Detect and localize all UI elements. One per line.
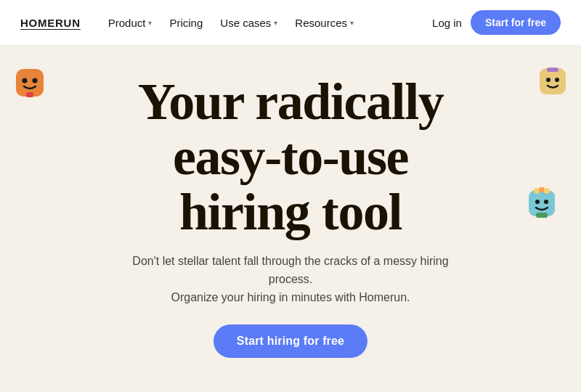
nav-pricing[interactable]: Pricing — [162, 12, 210, 33]
svg-point-2 — [33, 78, 38, 83]
chevron-down-icon: ▾ — [274, 19, 277, 27]
emoji-character-left — [13, 66, 46, 104]
start-hiring-button[interactable]: Start hiring for free — [214, 324, 367, 358]
login-link[interactable]: Log in — [432, 17, 462, 29]
navbar: HOMERUN Product ▾ Pricing Use cases ▾ Re… — [0, 0, 581, 46]
svg-point-1 — [23, 78, 28, 83]
nav-use-cases[interactable]: Use cases ▾ — [213, 12, 285, 33]
svg-rect-8 — [529, 190, 555, 216]
nav-right: Log in Start for free — [432, 10, 561, 35]
svg-point-5 — [546, 78, 550, 82]
logo[interactable]: HOMERUN — [20, 17, 81, 29]
chevron-down-icon: ▾ — [148, 19, 152, 27]
emoji-character-right-bottom — [526, 187, 558, 224]
start-for-free-nav-button[interactable]: Start for free — [471, 10, 561, 35]
svg-rect-7 — [547, 68, 558, 72]
svg-point-13 — [544, 188, 550, 194]
hero-subtitle: Don't let stellar talent fall through th… — [116, 253, 465, 306]
nav-product[interactable]: Product ▾ — [101, 12, 160, 33]
svg-point-9 — [535, 200, 540, 204]
emoji-character-right-top — [537, 66, 568, 101]
svg-rect-14 — [536, 213, 548, 218]
hero-section: Your radically easy-to-use hiring tool D… — [0, 46, 581, 380]
svg-rect-3 — [26, 92, 33, 97]
nav-resources[interactable]: Resources ▾ — [288, 12, 361, 33]
svg-point-6 — [555, 78, 559, 82]
svg-point-10 — [544, 200, 548, 204]
chevron-down-icon: ▾ — [350, 19, 354, 27]
hero-heading: Your radically easy-to-use hiring tool — [138, 75, 444, 240]
svg-point-11 — [534, 188, 540, 194]
svg-rect-4 — [540, 68, 566, 94]
nav-links: Product ▾ Pricing Use cases ▾ Resources … — [101, 12, 432, 33]
